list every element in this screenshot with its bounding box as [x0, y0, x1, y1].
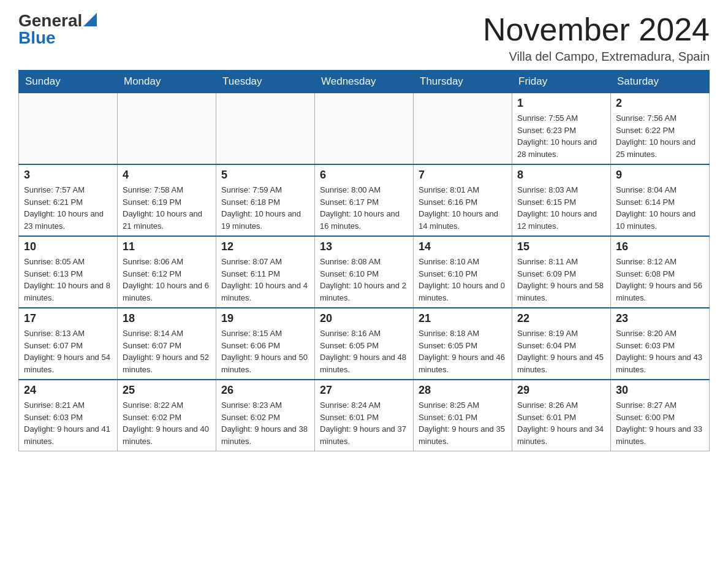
logo-blue-text: Blue	[18, 29, 56, 47]
table-row: 23Sunrise: 8:20 AM Sunset: 6:03 PM Dayli…	[611, 308, 710, 380]
day-number: 20	[320, 312, 408, 325]
day-number: 14	[419, 240, 507, 253]
calendar-row: 17Sunrise: 8:13 AM Sunset: 6:07 PM Dayli…	[19, 308, 710, 380]
col-saturday: Saturday	[611, 71, 710, 93]
day-info: Sunrise: 8:18 AM Sunset: 6:05 PM Dayligh…	[419, 327, 507, 375]
location-text: Villa del Campo, Extremadura, Spain	[483, 50, 710, 64]
col-friday: Friday	[512, 71, 611, 93]
day-number: 7	[419, 169, 507, 182]
table-row: 24Sunrise: 8:21 AM Sunset: 6:03 PM Dayli…	[19, 380, 118, 451]
table-row	[118, 93, 216, 165]
day-info: Sunrise: 8:24 AM Sunset: 6:01 PM Dayligh…	[320, 399, 408, 447]
table-row: 30Sunrise: 8:27 AM Sunset: 6:00 PM Dayli…	[611, 380, 710, 451]
table-row: 11Sunrise: 8:06 AM Sunset: 6:12 PM Dayli…	[118, 236, 216, 308]
table-row	[216, 93, 315, 165]
table-row: 9Sunrise: 8:04 AM Sunset: 6:14 PM Daylig…	[611, 164, 710, 236]
day-info: Sunrise: 8:22 AM Sunset: 6:02 PM Dayligh…	[123, 399, 211, 447]
table-row: 13Sunrise: 8:08 AM Sunset: 6:10 PM Dayli…	[315, 236, 414, 308]
day-info: Sunrise: 7:55 AM Sunset: 6:23 PM Dayligh…	[517, 112, 605, 160]
month-title: November 2024	[483, 12, 710, 47]
day-info: Sunrise: 8:12 AM Sunset: 6:08 PM Dayligh…	[616, 256, 704, 304]
day-number: 13	[320, 240, 408, 253]
table-row: 29Sunrise: 8:26 AM Sunset: 6:01 PM Dayli…	[512, 380, 611, 451]
day-info: Sunrise: 7:58 AM Sunset: 6:19 PM Dayligh…	[123, 184, 211, 232]
calendar-row: 10Sunrise: 8:05 AM Sunset: 6:13 PM Dayli…	[19, 236, 710, 308]
logo-general-text: General	[18, 12, 82, 29]
day-number: 22	[517, 312, 605, 325]
col-tuesday: Tuesday	[216, 71, 315, 93]
page-header: General Blue November 2024 Villa del Cam…	[18, 12, 710, 64]
day-number: 28	[419, 384, 507, 397]
table-row: 28Sunrise: 8:25 AM Sunset: 6:01 PM Dayli…	[414, 380, 512, 451]
table-row: 2Sunrise: 7:56 AM Sunset: 6:22 PM Daylig…	[611, 93, 710, 165]
logo: General Blue	[18, 12, 97, 47]
day-info: Sunrise: 8:06 AM Sunset: 6:12 PM Dayligh…	[123, 256, 211, 304]
day-info: Sunrise: 8:03 AM Sunset: 6:15 PM Dayligh…	[517, 184, 605, 232]
table-row	[414, 93, 512, 165]
day-info: Sunrise: 8:01 AM Sunset: 6:16 PM Dayligh…	[419, 184, 507, 232]
day-info: Sunrise: 8:27 AM Sunset: 6:00 PM Dayligh…	[616, 399, 704, 447]
table-row: 6Sunrise: 8:00 AM Sunset: 6:17 PM Daylig…	[315, 164, 414, 236]
col-thursday: Thursday	[414, 71, 512, 93]
calendar-row: 3Sunrise: 7:57 AM Sunset: 6:21 PM Daylig…	[19, 164, 710, 236]
day-number: 3	[24, 169, 112, 182]
table-row: 17Sunrise: 8:13 AM Sunset: 6:07 PM Dayli…	[19, 308, 118, 380]
table-row: 22Sunrise: 8:19 AM Sunset: 6:04 PM Dayli…	[512, 308, 611, 380]
day-number: 16	[616, 240, 704, 253]
day-number: 15	[517, 240, 605, 253]
calendar-row: 1Sunrise: 7:55 AM Sunset: 6:23 PM Daylig…	[19, 93, 710, 165]
day-number: 25	[123, 384, 211, 397]
col-sunday: Sunday	[19, 71, 118, 93]
day-info: Sunrise: 8:19 AM Sunset: 6:04 PM Dayligh…	[517, 327, 605, 375]
day-info: Sunrise: 8:13 AM Sunset: 6:07 PM Dayligh…	[24, 327, 112, 375]
svg-marker-0	[83, 13, 97, 26]
day-info: Sunrise: 8:15 AM Sunset: 6:06 PM Dayligh…	[221, 327, 309, 375]
day-number: 27	[320, 384, 408, 397]
day-number: 1	[517, 97, 605, 110]
day-number: 29	[517, 384, 605, 397]
table-row: 12Sunrise: 8:07 AM Sunset: 6:11 PM Dayli…	[216, 236, 315, 308]
day-number: 5	[221, 169, 309, 182]
logo-triangle-icon	[83, 13, 97, 26]
table-row: 10Sunrise: 8:05 AM Sunset: 6:13 PM Dayli…	[19, 236, 118, 308]
col-wednesday: Wednesday	[315, 71, 414, 93]
day-info: Sunrise: 8:11 AM Sunset: 6:09 PM Dayligh…	[517, 256, 605, 304]
day-number: 21	[419, 312, 507, 325]
day-info: Sunrise: 8:26 AM Sunset: 6:01 PM Dayligh…	[517, 399, 605, 447]
table-row: 8Sunrise: 8:03 AM Sunset: 6:15 PM Daylig…	[512, 164, 611, 236]
day-number: 8	[517, 169, 605, 182]
table-row: 14Sunrise: 8:10 AM Sunset: 6:10 PM Dayli…	[414, 236, 512, 308]
title-block: November 2024 Villa del Campo, Extremadu…	[483, 12, 710, 64]
day-number: 4	[123, 169, 211, 182]
table-row: 27Sunrise: 8:24 AM Sunset: 6:01 PM Dayli…	[315, 380, 414, 451]
day-number: 17	[24, 312, 112, 325]
day-info: Sunrise: 8:07 AM Sunset: 6:11 PM Dayligh…	[221, 256, 309, 304]
day-info: Sunrise: 7:59 AM Sunset: 6:18 PM Dayligh…	[221, 184, 309, 232]
day-info: Sunrise: 8:16 AM Sunset: 6:05 PM Dayligh…	[320, 327, 408, 375]
day-info: Sunrise: 8:04 AM Sunset: 6:14 PM Dayligh…	[616, 184, 704, 232]
day-info: Sunrise: 8:08 AM Sunset: 6:10 PM Dayligh…	[320, 256, 408, 304]
day-info: Sunrise: 8:21 AM Sunset: 6:03 PM Dayligh…	[24, 399, 112, 447]
table-row: 26Sunrise: 8:23 AM Sunset: 6:02 PM Dayli…	[216, 380, 315, 451]
table-row: 5Sunrise: 7:59 AM Sunset: 6:18 PM Daylig…	[216, 164, 315, 236]
table-row: 1Sunrise: 7:55 AM Sunset: 6:23 PM Daylig…	[512, 93, 611, 165]
table-row: 3Sunrise: 7:57 AM Sunset: 6:21 PM Daylig…	[19, 164, 118, 236]
table-row: 15Sunrise: 8:11 AM Sunset: 6:09 PM Dayli…	[512, 236, 611, 308]
day-number: 10	[24, 240, 112, 253]
calendar-table: Sunday Monday Tuesday Wednesday Thursday…	[18, 70, 710, 451]
day-info: Sunrise: 8:10 AM Sunset: 6:10 PM Dayligh…	[419, 256, 507, 304]
day-number: 6	[320, 169, 408, 182]
day-info: Sunrise: 8:05 AM Sunset: 6:13 PM Dayligh…	[24, 256, 112, 304]
calendar-row: 24Sunrise: 8:21 AM Sunset: 6:03 PM Dayli…	[19, 380, 710, 451]
day-info: Sunrise: 8:00 AM Sunset: 6:17 PM Dayligh…	[320, 184, 408, 232]
col-monday: Monday	[118, 71, 216, 93]
table-row: 21Sunrise: 8:18 AM Sunset: 6:05 PM Dayli…	[414, 308, 512, 380]
day-number: 24	[24, 384, 112, 397]
day-info: Sunrise: 7:57 AM Sunset: 6:21 PM Dayligh…	[24, 184, 112, 232]
day-number: 18	[123, 312, 211, 325]
table-row: 20Sunrise: 8:16 AM Sunset: 6:05 PM Dayli…	[315, 308, 414, 380]
calendar-header-row: Sunday Monday Tuesday Wednesday Thursday…	[19, 71, 710, 93]
day-info: Sunrise: 8:25 AM Sunset: 6:01 PM Dayligh…	[419, 399, 507, 447]
day-info: Sunrise: 7:56 AM Sunset: 6:22 PM Dayligh…	[616, 112, 704, 160]
table-row: 19Sunrise: 8:15 AM Sunset: 6:06 PM Dayli…	[216, 308, 315, 380]
